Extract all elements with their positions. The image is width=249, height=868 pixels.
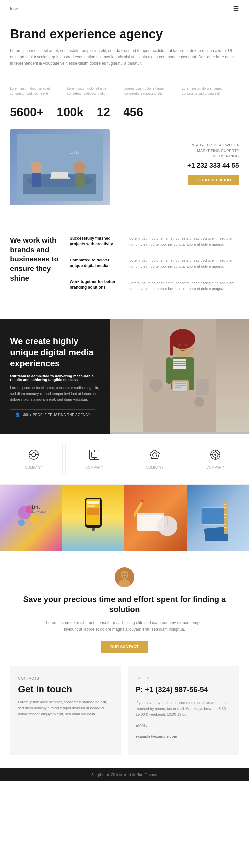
digital-section: We create highly unique digital media ex…: [0, 319, 249, 434]
company-logo-icon-4: [210, 449, 221, 463]
logos-section: COMPANY COMPANY COMPANY: [0, 434, 249, 485]
feature-2-title: Committed to deliver unique digital medi…: [70, 257, 123, 269]
svg-point-51: [18, 519, 25, 526]
person-avatar: [114, 567, 135, 587]
call-desc: If you have any questions, comments or i…: [136, 700, 231, 717]
feature-2-desc: Lorem ipsum dolor sit amet, consetetur s…: [130, 258, 239, 270]
svg-text:bn.: bn.: [32, 504, 40, 510]
svg-text:washroom: washroom: [70, 151, 87, 155]
trust-badge-label: 30K+ PEOPLE TRUSTING THE AGENCY: [23, 413, 91, 416]
call-label: CALL US: [136, 676, 231, 681]
save-section: Save your precious time and effort spent…: [0, 551, 249, 666]
portfolio-item-4: [187, 485, 249, 551]
svg-rect-17: [173, 363, 186, 364]
cta-phone: +1 232 333 44 55: [119, 162, 239, 169]
big-numbers: 5600+ 100k 12 456: [0, 99, 249, 129]
company-logo-icon-3: [149, 449, 161, 463]
get-in-touch-card: CONTACTS Get in touch Lorem ipsum dolor …: [10, 666, 121, 755]
svg-rect-18: [173, 365, 186, 366]
digital-right: [110, 319, 249, 434]
svg-point-81: [122, 574, 123, 575]
email-address[interactable]: example@example.com: [136, 734, 231, 740]
our-contact-button[interactable]: OUR CONTACT: [101, 641, 148, 653]
stats-col-2: Lorem ipsum dolor sit amet, consetetur s…: [67, 86, 125, 96]
img-cta-left: washroom: [10, 129, 110, 206]
free-audit-button[interactable]: GET A FREE AUDIT: [188, 175, 239, 185]
digital-heading: We create highly unique digital media ex…: [10, 336, 100, 369]
feature-2: Committed to deliver unique digital medi…: [70, 257, 123, 269]
menu-icon[interactable]: ☰: [233, 5, 239, 12]
svg-point-29: [178, 344, 181, 346]
svg-point-82: [126, 574, 127, 575]
feature-1-title: Successfully finished projects with crea…: [70, 236, 123, 247]
handshake-image: washroom: [10, 129, 110, 206]
portfolio-art-3: [134, 496, 177, 539]
feature-3-desc: Lorem ipsum dolor sit amet, consetetur s…: [130, 280, 239, 292]
svg-rect-61: [137, 513, 164, 515]
person-icon: 👤: [15, 412, 21, 417]
svg-rect-23: [175, 383, 186, 384]
svg-rect-13: [170, 339, 173, 355]
trust-badge[interactable]: 👤 30K+ PEOPLE TRUSTING THE AGENCY: [10, 409, 95, 420]
logo-label-1: COMPANY: [25, 466, 43, 469]
logo-label-2: COMPANY: [85, 466, 103, 469]
svg-point-26: [149, 379, 163, 392]
portfolio-art-2: [80, 495, 107, 541]
portfolio-item-3: [124, 485, 187, 551]
svg-point-43: [215, 454, 217, 456]
img-cta-right: READY TO SPEAK WITH A MARKETING EXPERT? …: [119, 129, 239, 185]
header: logo ☰: [0, 0, 249, 17]
hero-title: Brand experience agency: [10, 27, 239, 42]
company-2-icon: [88, 449, 100, 461]
stats-cols: Lorem ipsum dolor sit amet, consetetur s…: [0, 80, 249, 99]
digital-subtitle: Our team is committed to delivering meas…: [10, 374, 100, 382]
work-brands-right: Lorem ipsum dolor sit amet, consetetur s…: [130, 236, 239, 303]
footer-text: Sample text. Click to select the Text El…: [10, 773, 239, 777]
portfolio-art-4: [198, 495, 238, 541]
digital-left: We create highly unique digital media ex…: [0, 319, 110, 434]
logo-label-4: COMPANY: [206, 466, 224, 469]
company-1-icon: [28, 449, 39, 461]
email-label: EMAIL: [136, 723, 231, 729]
logo-card-3: COMPANY: [126, 442, 184, 476]
svg-rect-66: [201, 508, 224, 524]
logo-card-2: COMPANY: [66, 442, 123, 476]
svg-rect-57: [87, 501, 99, 504]
svg-point-3: [31, 161, 43, 173]
woman-illustration: [143, 319, 216, 432]
svg-rect-19: [166, 357, 172, 384]
company-3-icon: [149, 449, 161, 461]
call-us-card: CALL US P: +1 (324) 987-56-54 If you hav…: [128, 666, 239, 755]
save-heading: Save your precious time and effort spent…: [10, 594, 239, 615]
svg-point-32: [31, 453, 35, 457]
hero-section: Brand experience agency Lorem ipsum dolo…: [0, 17, 249, 80]
woman-image: [110, 319, 249, 432]
svg-marker-40: [153, 453, 157, 457]
big-num-1: 5600+: [10, 105, 44, 119]
svg-rect-25: [175, 388, 181, 389]
img-cta-section: washroom READY TO SPEAK WITH A MARKETING…: [0, 129, 249, 222]
svg-point-56: [92, 528, 95, 531]
digital-desc: Lorem ipsum dolor sit amet, consetetur s…: [10, 385, 100, 403]
big-num-4: 456: [123, 105, 143, 119]
feature-3-title: Work together for better branding soluti…: [70, 279, 123, 290]
svg-rect-59: [87, 508, 99, 515]
contacts-heading: Get in touch: [18, 684, 113, 695]
logo-card-1: COMPANY: [5, 442, 62, 476]
call-phone: P: +1 (324) 987-56-54: [136, 684, 231, 695]
svg-point-79: [120, 571, 129, 579]
svg-rect-6: [75, 173, 85, 187]
svg-rect-58: [87, 505, 95, 507]
svg-rect-36: [92, 452, 97, 457]
hero-description: Lorem ipsum dolor sit amet, consectetur …: [10, 48, 236, 67]
work-brands-heading: We work with brands and businesses to en…: [10, 236, 63, 283]
portfolio-item-2: [62, 485, 125, 551]
svg-point-49: [30, 515, 39, 524]
work-brands-mid: Successfully finished projects with crea…: [63, 236, 130, 303]
portfolio-grid: bn. BEST WORLD: [0, 485, 249, 551]
svg-rect-8: [52, 172, 68, 178]
svg-point-28: [194, 397, 204, 407]
svg-rect-16: [173, 361, 186, 362]
avatar: [114, 567, 135, 587]
contacts-desc: Lorem ipsum dolor sit amet, consetetur s…: [18, 699, 113, 717]
